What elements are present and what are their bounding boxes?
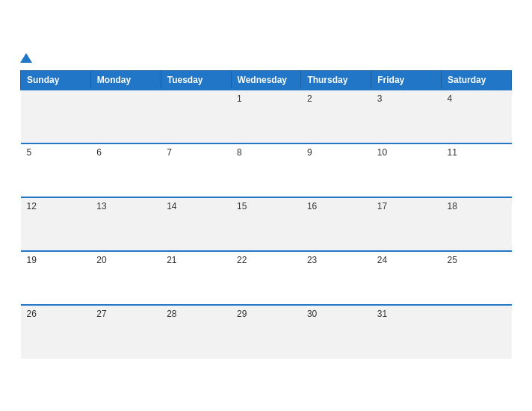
day-num: 21 — [167, 255, 176, 265]
day-cell: 30 — [301, 305, 371, 359]
day-num: 27 — [96, 309, 106, 319]
week-row-2: 567891011 — [21, 143, 512, 197]
days-header-row: SundayMondayTuesdayWednesdayThursdayFrid… — [21, 70, 512, 90]
calendar-header — [20, 53, 512, 63]
day-num: 6 — [96, 147, 102, 158]
header-tuesday: Tuesday — [161, 70, 231, 90]
logo-triangle-icon — [20, 53, 32, 63]
day-cell: 9 — [301, 143, 371, 197]
day-cell: 21 — [161, 251, 231, 305]
day-num: 28 — [167, 309, 176, 319]
day-num: 24 — [377, 255, 387, 265]
day-num: 4 — [448, 93, 453, 104]
calendar-tbody: 1234567891011121314151617181920212223242… — [21, 90, 512, 359]
day-cell: 3 — [371, 90, 442, 143]
day-cell: 26 — [21, 305, 91, 359]
header-thursday: Thursday — [301, 70, 371, 90]
day-num: 10 — [377, 147, 387, 158]
day-cell: 12 — [21, 197, 91, 251]
calendar-thead: SundayMondayTuesdayWednesdayThursdayFrid… — [21, 70, 512, 90]
day-num: 16 — [307, 201, 317, 211]
day-num: 8 — [237, 147, 242, 158]
day-cell: 5 — [21, 143, 91, 197]
day-cell: 23 — [301, 251, 371, 305]
day-cell: 4 — [442, 90, 512, 143]
day-cell: 17 — [371, 197, 442, 251]
day-cell: 19 — [21, 251, 91, 305]
week-row-3: 12131415161718 — [21, 197, 512, 251]
header-monday: Monday — [90, 70, 161, 90]
calendar-wrapper: SundayMondayTuesdayWednesdayThursdayFrid… — [8, 41, 524, 371]
day-num: 17 — [377, 201, 387, 211]
header-friday: Friday — [371, 70, 442, 90]
day-cell: 24 — [371, 251, 442, 305]
day-cell: 18 — [442, 197, 512, 251]
calendar-table: SundayMondayTuesdayWednesdayThursdayFrid… — [20, 70, 512, 359]
day-cell: 11 — [442, 143, 512, 197]
day-cell: 22 — [231, 251, 301, 305]
header-saturday: Saturday — [442, 70, 512, 90]
day-num: 29 — [237, 309, 247, 319]
day-cell: 1 — [231, 90, 301, 143]
day-cell: 25 — [442, 251, 512, 305]
day-cell: 13 — [90, 197, 161, 251]
day-cell: 15 — [231, 197, 301, 251]
day-cell: 28 — [161, 305, 231, 359]
day-num: 31 — [377, 309, 387, 319]
day-num: 22 — [237, 255, 247, 265]
day-cell: 14 — [161, 197, 231, 251]
day-num: 18 — [448, 201, 457, 211]
week-row-5: 262728293031 — [21, 305, 512, 359]
day-cell: 29 — [231, 305, 301, 359]
day-num: 11 — [448, 147, 457, 158]
day-num: 3 — [377, 93, 383, 104]
day-num: 9 — [307, 147, 312, 158]
day-num: 7 — [167, 147, 172, 158]
day-num: 25 — [448, 255, 457, 265]
day-num: 26 — [27, 309, 37, 319]
day-num: 12 — [27, 201, 37, 211]
day-num: 14 — [167, 201, 176, 211]
day-num: 15 — [237, 201, 247, 211]
day-cell — [442, 305, 512, 359]
day-cell: 16 — [301, 197, 371, 251]
day-cell: 20 — [90, 251, 161, 305]
day-cell: 7 — [161, 143, 231, 197]
day-num: 1 — [237, 93, 242, 104]
day-num: 20 — [96, 255, 106, 265]
header-wednesday: Wednesday — [231, 70, 301, 90]
day-cell: 2 — [301, 90, 371, 143]
day-cell: 31 — [371, 305, 442, 359]
day-cell: 10 — [371, 143, 442, 197]
day-num: 30 — [307, 309, 317, 319]
day-num: 13 — [96, 201, 106, 211]
header-sunday: Sunday — [21, 70, 91, 90]
day-cell: 6 — [90, 143, 161, 197]
logo-blue-row — [20, 53, 34, 63]
day-cell: 27 — [90, 305, 161, 359]
day-cell: 8 — [231, 143, 301, 197]
day-num: 5 — [27, 147, 32, 158]
day-num: 19 — [27, 255, 37, 265]
day-num: 23 — [307, 255, 317, 265]
week-row-4: 19202122232425 — [21, 251, 512, 305]
day-cell — [90, 90, 161, 143]
week-row-1: 1234 — [21, 90, 512, 143]
logo — [20, 53, 34, 63]
day-num: 2 — [307, 93, 312, 104]
day-cell — [21, 90, 91, 143]
day-cell — [161, 90, 231, 143]
